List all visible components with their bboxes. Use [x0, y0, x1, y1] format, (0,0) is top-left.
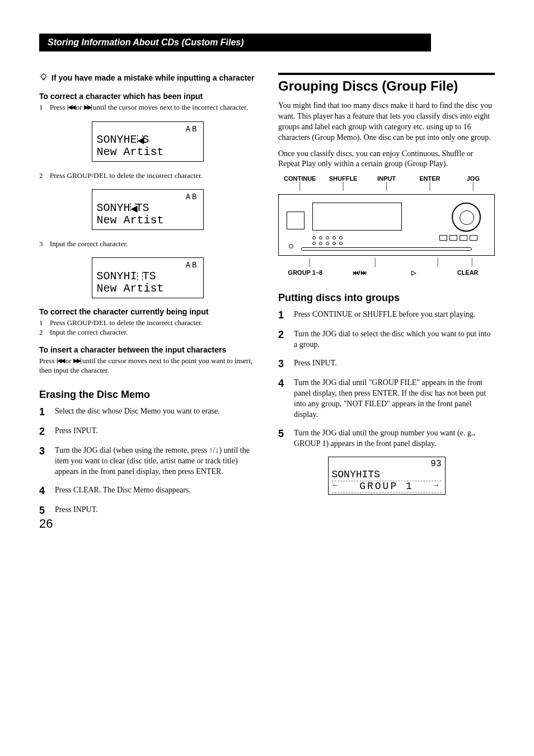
- leader-lines-bottom: [278, 258, 495, 267]
- subheading-correct-current: To correct the character currently being…: [39, 307, 256, 316]
- step-text: Press GROUP/DEL to delete the incorrect …: [50, 171, 203, 181]
- next-track-icon: ▶▶|: [84, 104, 91, 110]
- tip-heading: If you have made a mistake while inputti…: [51, 73, 255, 83]
- subheading-correct-input: To correct a character which has been in…: [39, 92, 256, 101]
- step-number: 1: [39, 406, 47, 418]
- intro-paragraph-1: You might find that too many discs make …: [278, 101, 495, 143]
- device-labels-bottom: GROUP 1–8 ⏮/⏭ ▷ CLEAR: [278, 269, 495, 276]
- step-number: 3: [278, 358, 286, 370]
- leader-lines-top: [278, 182, 495, 191]
- intro-paragraph-2: Once you classify discs, you can enjoy C…: [278, 149, 495, 170]
- step-text: Press INPUT.: [294, 358, 495, 370]
- step-number: 4: [39, 485, 47, 497]
- step-number: 4: [278, 378, 286, 420]
- step-text: Turn the JOG dial until "GROUP FILE" app…: [294, 378, 495, 420]
- main-heading: Grouping Discs (Group File): [278, 73, 495, 94]
- jog-dial-icon: [452, 203, 481, 232]
- step-text: Input the correct character.: [50, 327, 128, 337]
- step-text: Press |◀◀ or ▶▶| until the cursor moves …: [50, 102, 248, 112]
- lcd-display-3: AB SONYHITS New Artist: [92, 257, 204, 298]
- lcd-display-2: AB SONYH◀TS New Artist: [92, 189, 204, 229]
- step-text: Press CLEAR. The Disc Memo disappears.: [55, 485, 256, 497]
- step-number: 1: [39, 318, 46, 328]
- step-number: 1: [278, 309, 286, 321]
- step-text: Turn the JOG dial until the group number…: [294, 428, 495, 449]
- step-text: Press CONTINUE or SHUFFLE before you sta…: [294, 309, 495, 321]
- right-column: Grouping Discs (Group File) You might fi…: [278, 67, 495, 524]
- group-steps: 1Press CONTINUE or SHUFFLE before you st…: [278, 309, 495, 449]
- step-number: 5: [39, 505, 47, 516]
- subheading-insert-char: To insert a character between the input …: [39, 345, 256, 354]
- heading-erasing: Erasing the Disc Memo: [39, 389, 256, 401]
- device-diagram: [278, 194, 495, 256]
- svg-point-0: [41, 74, 46, 79]
- step-text: Select the disc whose Disc Memo you want…: [55, 406, 256, 418]
- step-number: 3: [39, 239, 46, 249]
- step-number: 1: [39, 102, 46, 112]
- manual-page: Storing Information About CDs (Custom Fi…: [0, 0, 534, 547]
- step-number: 3: [39, 445, 47, 477]
- cursor-icon: ◀: [137, 135, 143, 143]
- cursor-icon: [137, 273, 143, 280]
- prev-track-icon: |◀◀: [57, 357, 64, 364]
- cursor-icon: ◀: [130, 203, 136, 211]
- next-track-icon: ▶▶|: [73, 357, 81, 364]
- left-column: If you have made a mistake while inputti…: [39, 67, 256, 524]
- tip-icon: [39, 73, 48, 84]
- device-labels-top: CONTINUE SHUFFLE INPUT ENTER JOG: [278, 175, 495, 182]
- step-text: Input the correct character.: [50, 239, 128, 249]
- erase-steps: 1Select the disc whose Disc Memo you wan…: [39, 406, 256, 516]
- section-header: Storing Information About CDs (Custom Fi…: [39, 34, 431, 51]
- step-text: Turn the JOG dial (when using the remote…: [55, 445, 256, 477]
- heading-putting-groups: Putting discs into groups: [278, 292, 495, 304]
- prev-track-icon: |◀◀: [67, 104, 74, 110]
- step-number: 2: [39, 171, 46, 181]
- page-number: 26: [39, 516, 53, 531]
- step-text: Press INPUT.: [55, 505, 256, 516]
- step-number: 2: [278, 329, 286, 350]
- step-text: Turn the JOG dial to select the disc whi…: [294, 329, 495, 350]
- step-number: 5: [278, 428, 286, 449]
- step-number: 2: [39, 426, 47, 438]
- lcd-display-group: 93 SONYHITS GROUP 1: [328, 457, 446, 494]
- step-text: Press INPUT.: [55, 426, 256, 438]
- lcd-display-1: AB SONYHE◀S New Artist: [92, 121, 204, 162]
- body-text: Press |◀◀ or ▶▶| until the cursor moves …: [39, 356, 256, 375]
- step-number: 2: [39, 327, 46, 337]
- step-text: Press GROUP/DEL to delete the incorrect …: [50, 318, 203, 328]
